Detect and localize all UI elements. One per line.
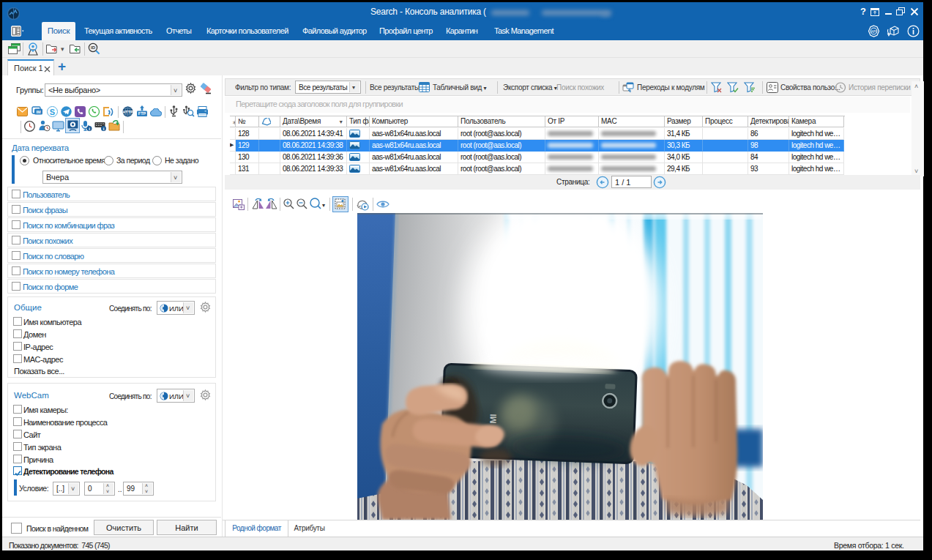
svg-text:API: API xyxy=(871,30,876,34)
svg-text:ID: ID xyxy=(91,45,96,50)
svg-text:MI: MI xyxy=(488,414,498,424)
svg-text:HTTP: HTTP xyxy=(122,110,133,114)
svg-text:S: S xyxy=(50,108,55,116)
svg-text:FTP: FTP xyxy=(138,111,146,116)
svg-text:IM: IM xyxy=(36,110,41,114)
